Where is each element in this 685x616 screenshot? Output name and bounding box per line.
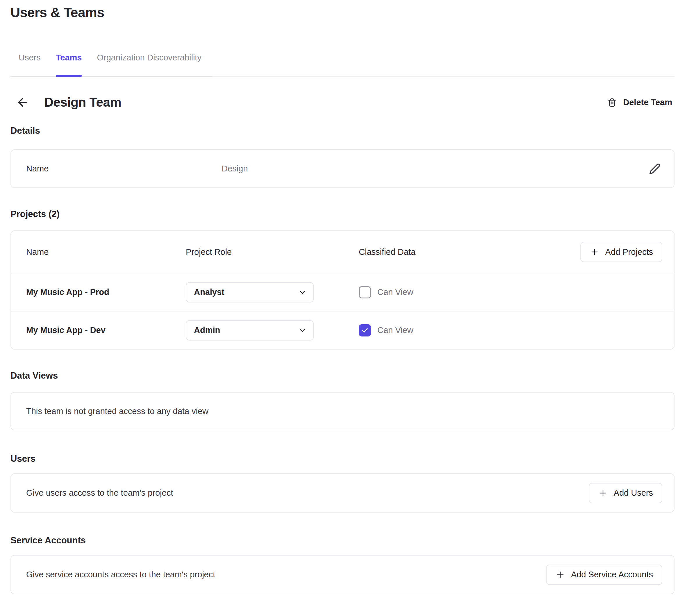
can-view-checkbox[interactable] [359,324,371,336]
trash-icon [607,97,617,108]
edit-name-button[interactable] [649,163,661,175]
service-accounts-section: Service Accounts Give service accounts a… [10,535,675,594]
tab-bar: Users Teams Organization Discoverability [10,53,675,76]
project-role-select[interactable]: Admin [186,320,314,340]
projects-section: Projects (2) Name Project Role Classifie… [10,209,675,350]
users-section: Users Give users access to the team's pr… [10,454,675,512]
pencil-icon [649,163,661,175]
data-views-heading: Data Views [10,371,675,381]
details-section: Details Name Design [10,126,675,188]
projects-card: Name Project Role Classified Data Add Pr… [10,230,675,350]
arrow-left-icon [16,95,29,109]
tab-users[interactable]: Users [19,53,41,76]
check-icon [361,327,369,334]
chevron-down-icon [298,326,307,335]
project-name: My Music App - Dev [26,326,186,335]
can-view-label: Can View [378,326,413,335]
project-row-my-music-app-prod: My Music App - Prod Analyst [11,273,674,311]
details-heading: Details [10,126,675,136]
tab-organization-discoverability[interactable]: Organization Discoverability [97,53,201,76]
project-role-selected-value: Admin [194,326,220,335]
service-accounts-description: Give service accounts access to the team… [26,570,215,579]
details-card: Name Design [10,149,675,188]
users-heading: Users [10,454,675,464]
add-service-accounts-label: Add Service Accounts [571,570,653,579]
can-view-checkbox[interactable] [359,286,371,299]
column-header-project-role: Project Role [186,247,359,257]
plus-icon [555,570,565,580]
tab-teams[interactable]: Teams [56,53,82,76]
users-card: Give users access to the team's project … [10,473,675,512]
column-header-name: Name [26,247,186,257]
projects-table-header: Name Project Role Classified Data Add Pr… [11,231,674,273]
add-projects-button[interactable]: Add Projects [580,242,662,262]
tab-divider [10,76,675,77]
team-title: Design Team [44,95,121,110]
users-description: Give users access to the team's project [26,488,173,498]
add-projects-label: Add Projects [605,247,653,257]
data-views-empty-text: This team is not granted access to any d… [26,406,209,416]
project-role-selected-value: Analyst [194,287,224,297]
add-service-accounts-button[interactable]: Add Service Accounts [546,565,662,585]
name-value: Design [221,164,649,174]
page-title: Users & Teams [10,5,675,20]
name-label: Name [26,164,221,174]
add-users-label: Add Users [614,488,653,498]
back-button[interactable] [15,94,31,110]
add-users-button[interactable]: Add Users [589,483,662,503]
data-views-card: This team is not granted access to any d… [10,392,675,430]
projects-heading: Projects (2) [10,209,675,219]
service-accounts-heading: Service Accounts [10,535,675,546]
team-header: Design Team Delete Team [10,94,675,110]
classified-data-cell: Can View [359,286,662,299]
users-teams-page: Users & Teams Users Teams Organization D… [0,0,685,594]
project-role-select[interactable]: Analyst [186,282,314,303]
delete-team-button[interactable]: Delete Team [607,97,672,108]
classified-data-cell: Can View [359,324,662,336]
project-name: My Music App - Prod [26,287,186,297]
plus-icon [598,488,608,498]
plus-icon [590,247,600,257]
delete-team-label: Delete Team [623,97,672,107]
column-header-classified-data: Classified Data [359,247,580,257]
project-row-my-music-app-dev: My Music App - Dev Admin [11,311,674,349]
can-view-label: Can View [378,287,413,297]
service-accounts-card: Give service accounts access to the team… [10,555,675,594]
data-views-section: Data Views This team is not granted acce… [10,371,675,430]
chevron-down-icon [298,288,307,297]
